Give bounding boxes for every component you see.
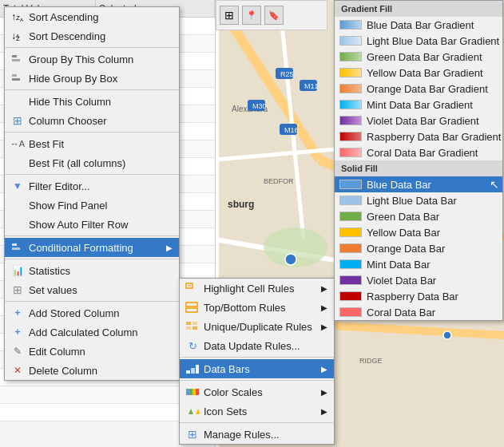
separator bbox=[5, 132, 179, 133]
sort-desc-icon: ↓AZ bbox=[10, 30, 26, 42]
add-stored-icon: + bbox=[10, 307, 26, 319]
svg-rect-51 bbox=[189, 389, 192, 395]
menu-item-orange-grad[interactable]: Orange Data Bar Gradient bbox=[335, 81, 502, 97]
lightblue-solid-swatch bbox=[339, 196, 362, 205]
menu-item-yellow-grad[interactable]: Yellow Data Bar Gradient bbox=[335, 65, 502, 81]
menu-item-delete-col[interactable]: ✕ Delete Column bbox=[5, 361, 179, 380]
menu-item-lightblue-grad[interactable]: Light Blue Data Bar Gradient bbox=[335, 33, 502, 49]
menu-item-highlight-cell[interactable]: Highlight Cell Rules ▶ bbox=[180, 279, 334, 298]
menu-item-best-fit[interactable]: ↔A Best Fit bbox=[5, 134, 179, 153]
menu-item-mint-solid[interactable]: Mint Data Bar bbox=[335, 256, 502, 272]
lightblue-grad-swatch bbox=[339, 36, 362, 45]
svg-rect-52 bbox=[192, 389, 196, 395]
svg-rect-37 bbox=[12, 243, 17, 246]
separator bbox=[5, 259, 179, 259]
menu-item-color-scales[interactable]: Color Scales ▶ bbox=[180, 382, 334, 402]
filter-icon: ▼ bbox=[10, 180, 26, 192]
svg-text:RIDGE: RIDGE bbox=[359, 357, 383, 365]
separator bbox=[180, 422, 334, 423]
menu-item-show-find[interactable]: Show Find Panel bbox=[5, 196, 179, 215]
context-menu-2: Highlight Cell Rules ▶ Top/Bottom Rules … bbox=[179, 278, 335, 445]
menu-item-show-autofilter[interactable]: Show Auto Filter Row bbox=[5, 215, 179, 234]
menu-item-manage-rules[interactable]: ⊞ Manage Rules... bbox=[180, 425, 334, 444]
menu-item-group-by[interactable]: Group By This Column bbox=[5, 49, 179, 69]
manage-rules-icon: ⊞ bbox=[185, 428, 200, 441]
raspberry-solid-swatch bbox=[339, 291, 362, 301]
orange-grad-swatch bbox=[339, 84, 362, 93]
submenu-arrow: ▶ bbox=[166, 243, 173, 252]
coral-grad-swatch bbox=[339, 148, 362, 157]
group-icon bbox=[10, 53, 26, 65]
autofilter-icon bbox=[10, 218, 26, 231]
menu-item-add-stored[interactable]: + Add Stored Column bbox=[5, 303, 179, 322]
coral-solid-swatch bbox=[339, 307, 362, 317]
orange-solid-swatch bbox=[339, 243, 362, 253]
menu-item-statistics[interactable]: 📊 Statistics bbox=[5, 261, 179, 280]
menu-item-blue-solid[interactable]: Blue Data Bar ↖ bbox=[335, 176, 502, 192]
svg-rect-34 bbox=[12, 59, 20, 61]
add-calc-icon: + bbox=[10, 326, 26, 338]
svg-rect-49 bbox=[196, 365, 199, 374]
menu-item-sort-asc[interactable]: ↑ZA Sort Ascending bbox=[5, 7, 179, 26]
svg-rect-43 bbox=[186, 322, 191, 325]
color-scales-icon bbox=[185, 386, 200, 398]
menu-item-lightblue-solid[interactable]: Light Blue Data Bar bbox=[335, 192, 502, 208]
blue-solid-swatch bbox=[339, 180, 362, 189]
menu-item-green-grad[interactable]: Green Data Bar Gradient bbox=[335, 49, 502, 65]
menu-item-sort-desc[interactable]: ↓AZ Sort Descending bbox=[5, 26, 179, 45]
svg-text:M16: M16 bbox=[284, 126, 299, 134]
submenu-arrow: ▶ bbox=[321, 284, 327, 293]
data-bars-icon bbox=[185, 362, 200, 375]
gradient-section-header: Gradient Fill bbox=[335, 1, 502, 17]
menu-item-mint-grad[interactable]: Mint Data Bar Gradient bbox=[335, 97, 502, 113]
menu-item-top-bottom[interactable]: Top/Bottom Rules ▶ bbox=[180, 298, 334, 317]
menu-item-data-update[interactable]: ↻ Data Update Rules... bbox=[180, 336, 334, 355]
menu-item-hide-group[interactable]: Hide Group By Box bbox=[5, 69, 179, 88]
hide-group-icon bbox=[10, 72, 26, 85]
mint-grad-swatch bbox=[339, 100, 362, 109]
solid-section-header: Solid Fill bbox=[335, 160, 502, 176]
set-values-icon: ⊞ bbox=[10, 283, 26, 296]
yellow-grad-swatch bbox=[339, 68, 362, 77]
context-menu-1: ↑ZA Sort Ascending ↓AZ Sort Descending G… bbox=[4, 6, 180, 381]
svg-rect-42 bbox=[186, 308, 197, 312]
submenu-arrow: ▶ bbox=[321, 322, 327, 331]
menu-item-coral-grad[interactable]: Coral Data Bar Gradient bbox=[335, 144, 502, 160]
menu-item-orange-solid[interactable]: Orange Data Bar bbox=[335, 240, 502, 256]
menu-item-data-bars[interactable]: Data Bars ▶ bbox=[180, 359, 334, 378]
grid-view-button[interactable]: ⊞ bbox=[220, 6, 239, 25]
menu-item-hide-col[interactable]: Hide This Column bbox=[5, 92, 179, 111]
best-fit-icon: ↔A bbox=[10, 137, 26, 150]
blue-grad-swatch bbox=[339, 20, 362, 30]
svg-point-24 bbox=[285, 254, 296, 265]
menu-item-blue-grad[interactable]: Blue Data Bar Gradient bbox=[335, 17, 502, 33]
menu-item-coral-solid[interactable]: Coral Data Bar bbox=[335, 304, 502, 320]
menu-item-add-calc[interactable]: + Add Calculated Column bbox=[5, 322, 179, 342]
svg-rect-53 bbox=[196, 389, 199, 395]
menu-item-col-chooser[interactable]: ⊞ Column Chooser bbox=[5, 111, 179, 130]
menu-item-violet-solid[interactable]: Violet Data Bar bbox=[335, 272, 502, 288]
svg-rect-44 bbox=[192, 322, 197, 325]
map-view-button[interactable]: 📍 bbox=[242, 6, 261, 25]
menu-item-edit-col[interactable]: ✎ Edit Column bbox=[5, 342, 179, 361]
menu-item-cond-format[interactable]: Conditional Formatting ▶ bbox=[5, 238, 179, 257]
menu-item-best-fit-all[interactable]: Best Fit (all columns) bbox=[5, 153, 179, 172]
data-update-icon: ↻ bbox=[185, 339, 200, 352]
svg-text:M30: M30 bbox=[252, 102, 267, 110]
submenu-arrow: ▶ bbox=[321, 303, 327, 312]
menu-item-violet-grad[interactable]: Violet Data Bar Gradient bbox=[335, 113, 502, 129]
best-fit-all-icon bbox=[10, 156, 26, 169]
menu-item-icon-sets[interactable]: Icon Sets ▶ bbox=[180, 402, 334, 421]
menu-item-green-solid[interactable]: Green Data Bar bbox=[335, 208, 502, 224]
svg-rect-38 bbox=[12, 247, 20, 250]
menu-item-raspberry-grad[interactable]: Raspberry Data Bar Gradient bbox=[335, 129, 502, 144]
menu-item-raspberry-solid[interactable]: Raspberry Data Bar bbox=[335, 288, 502, 304]
menu-item-set-values[interactable]: ⊞ Set values bbox=[5, 280, 179, 299]
menu-item-unique-dup[interactable]: Unique/Duplicate Rules ▶ bbox=[180, 317, 334, 336]
menu-item-filter-editor[interactable]: ▼ Filter Editor... bbox=[5, 176, 179, 196]
svg-rect-50 bbox=[186, 389, 189, 395]
highlight-cell-icon bbox=[185, 282, 200, 295]
bookmark-button[interactable]: 🔖 bbox=[264, 6, 284, 25]
menu-item-yellow-solid[interactable]: Yellow Data Bar bbox=[335, 224, 502, 240]
separator bbox=[5, 89, 179, 90]
